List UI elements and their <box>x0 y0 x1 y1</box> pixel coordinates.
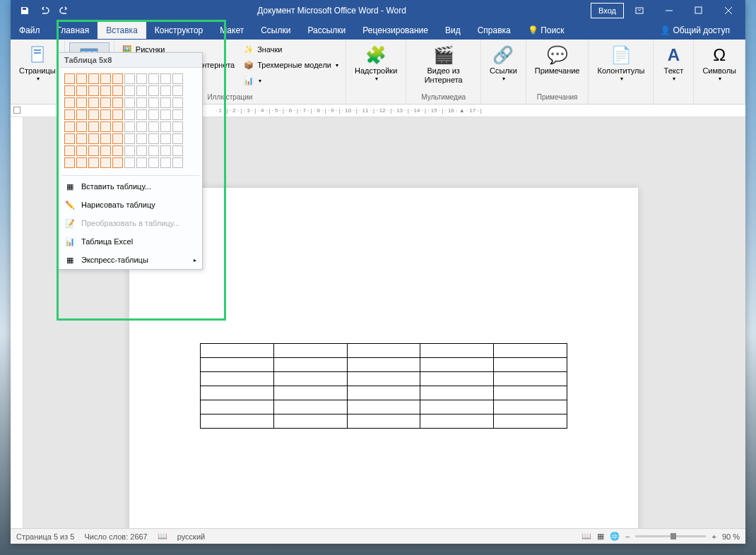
zoom-thumb[interactable] <box>671 533 676 539</box>
table-cell[interactable] <box>494 358 567 372</box>
table-cell[interactable] <box>201 414 274 429</box>
quick-tables-item[interactable]: ▦Экспресс-таблицы▸ <box>59 251 202 269</box>
grid-cell[interactable] <box>160 85 171 96</box>
symbols-button[interactable]: ΩСимволы▾ <box>698 42 740 83</box>
tab-help[interactable]: Справка <box>469 22 519 39</box>
grid-cell[interactable] <box>112 109 123 120</box>
grid-cell[interactable] <box>64 157 75 168</box>
grid-cell[interactable] <box>160 73 171 84</box>
header-footer-button[interactable]: 📄Колонтитулы▾ <box>593 42 649 83</box>
tab-mailings[interactable]: Рассылки <box>299 22 354 39</box>
grid-cell[interactable] <box>88 109 99 120</box>
grid-cell[interactable] <box>136 97 147 108</box>
grid-cell[interactable] <box>136 157 147 168</box>
proofing-icon[interactable]: 📖 <box>158 532 167 541</box>
zoom-in-button[interactable]: + <box>711 532 716 541</box>
tab-design[interactable]: Конструктор <box>146 22 211 39</box>
tab-view[interactable]: Вид <box>437 22 469 39</box>
grid-cell[interactable] <box>100 133 111 144</box>
grid-cell[interactable] <box>124 85 135 96</box>
grid-cell[interactable] <box>148 97 159 108</box>
table-cell[interactable] <box>201 372 274 386</box>
grid-cell[interactable] <box>88 145 99 156</box>
table-cell[interactable] <box>201 386 274 400</box>
grid-cell[interactable] <box>172 109 183 120</box>
grid-cell[interactable] <box>172 157 183 168</box>
table-cell[interactable] <box>420 372 494 386</box>
grid-cell[interactable] <box>88 73 99 84</box>
table-cell[interactable] <box>347 386 420 400</box>
icons-button[interactable]: ✨Значки <box>240 42 341 56</box>
grid-cell[interactable] <box>124 157 135 168</box>
grid-cell[interactable] <box>160 97 171 108</box>
grid-cell[interactable] <box>64 109 75 120</box>
grid-cell[interactable] <box>160 145 171 156</box>
undo-icon[interactable] <box>36 2 53 19</box>
zoom-slider[interactable] <box>635 535 706 537</box>
minimize-button[interactable] <box>655 0 683 21</box>
grid-cell[interactable] <box>124 97 135 108</box>
table-cell[interactable] <box>420 344 494 358</box>
print-layout-icon[interactable]: ▦ <box>597 532 604 541</box>
draw-table-item[interactable]: ✏️Нарисовать таблицу <box>59 196 202 214</box>
table-cell[interactable] <box>273 344 347 358</box>
grid-cell[interactable] <box>172 145 183 156</box>
table-cell[interactable] <box>347 414 420 429</box>
grid-cell[interactable] <box>124 145 135 156</box>
grid-cell[interactable] <box>64 73 75 84</box>
ribbon-display-icon[interactable] <box>625 0 654 21</box>
grid-cell[interactable] <box>112 145 123 156</box>
grid-cell[interactable] <box>100 73 111 84</box>
online-video-button[interactable]: 🎬Видео из Интернета <box>411 42 476 86</box>
zoom-out-button[interactable]: − <box>625 532 630 541</box>
grid-cell[interactable] <box>172 133 183 144</box>
document-table[interactable] <box>200 343 567 429</box>
grid-cell[interactable] <box>112 133 123 144</box>
grid-cell[interactable] <box>172 85 183 96</box>
grid-cell[interactable] <box>76 109 87 120</box>
grid-cell[interactable] <box>100 109 111 120</box>
links-button[interactable]: 🔗Ссылки▾ <box>485 42 521 83</box>
grid-cell[interactable] <box>112 157 123 168</box>
text-button[interactable]: AТекст▾ <box>658 42 689 83</box>
grid-cell[interactable] <box>148 73 159 84</box>
comment-button[interactable]: 💬Примечание <box>531 42 584 77</box>
3d-models-button[interactable]: 📦Трехмерные модели▾ <box>240 58 341 72</box>
login-button[interactable]: Вход <box>591 3 624 18</box>
insert-table-item[interactable]: ▦Вставить таблицу... <box>59 177 202 196</box>
grid-cell[interactable] <box>88 85 99 96</box>
table-cell[interactable] <box>347 358 420 372</box>
grid-cell[interactable] <box>100 145 111 156</box>
grid-cell[interactable] <box>64 133 75 144</box>
grid-cell[interactable] <box>100 85 111 96</box>
grid-cell[interactable] <box>76 121 87 132</box>
grid-cell[interactable] <box>148 157 159 168</box>
grid-cell[interactable] <box>136 109 147 120</box>
smartart-button[interactable]: 📊▾ <box>240 73 341 88</box>
tab-selector[interactable] <box>13 107 20 114</box>
table-cell[interactable] <box>420 386 494 400</box>
redo-icon[interactable] <box>56 2 73 19</box>
tab-home[interactable]: Главная <box>49 22 98 39</box>
table-cell[interactable] <box>273 400 347 414</box>
grid-cell[interactable] <box>100 121 111 132</box>
grid-cell[interactable] <box>76 85 87 96</box>
table-cell[interactable] <box>494 414 567 429</box>
share-button[interactable]: 👤 Общий доступ <box>651 22 738 39</box>
table-cell[interactable] <box>273 372 347 386</box>
read-mode-icon[interactable]: 📖 <box>581 532 591 541</box>
grid-cell[interactable] <box>148 121 159 132</box>
table-cell[interactable] <box>420 414 494 429</box>
grid-cell[interactable] <box>64 85 75 96</box>
grid-cell[interactable] <box>76 73 87 84</box>
save-icon[interactable] <box>16 2 33 19</box>
grid-cell[interactable] <box>100 97 111 108</box>
close-button[interactable] <box>714 0 743 21</box>
addins-button[interactable]: 🧩Надстройки▾ <box>350 42 401 83</box>
grid-cell[interactable] <box>76 157 87 168</box>
table-cell[interactable] <box>201 344 274 358</box>
grid-cell[interactable] <box>148 133 159 144</box>
table-cell[interactable] <box>347 400 420 414</box>
status-page[interactable]: Страница 5 из 5 <box>16 532 74 541</box>
status-words[interactable]: Число слов: 2667 <box>84 532 147 541</box>
